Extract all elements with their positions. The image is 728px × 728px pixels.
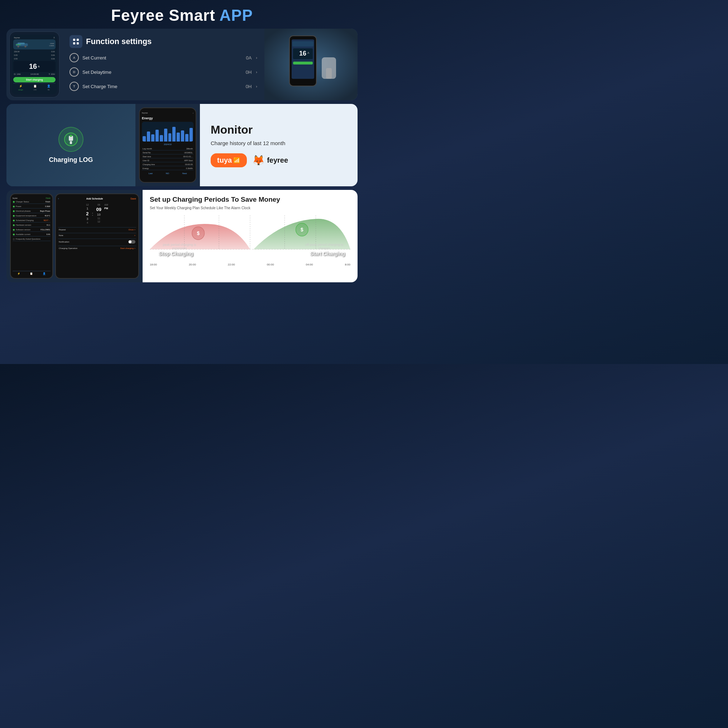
set-current-value: 0A [246,55,251,61]
nav-me[interactable]: 👤Me [47,84,50,91]
notification-row[interactable]: Notification [58,239,136,245]
schedule-phones-section: feyree Finish Charger Status Finish Powe… [6,190,142,282]
set-current-label: Set Current [83,55,242,61]
start-charging-btn[interactable]: Start charging [13,77,55,83]
hw-label: Hardware version [15,224,47,226]
phone-mockup-1: feyree ≡ 0.0kW 0.0kWh [9,32,60,98]
avail-value: 6.4A [47,233,50,236]
status-phone-nav: ⚡ 📋 👤 [12,271,50,275]
brands-row: tuya 📶 🦊 feyree [211,153,347,167]
feyree-label: feyree [267,156,288,164]
set-time-arrow: › [256,84,257,89]
chart-bar [142,136,146,142]
kwh-label: 0.0kWh [49,45,54,47]
set-charge-time-item[interactable]: T Set Charge Time 0H › [69,82,257,91]
min-10: 10 [97,213,101,216]
status-nav-charger[interactable]: ⚡ [17,272,20,275]
min-12: 12 [98,220,100,223]
set-delay-label: Set Delaytime [83,69,242,75]
nav-charger[interactable]: ⚡charger [18,84,23,91]
start-time-label: Start time [142,156,151,158]
svg-point-22 [70,135,72,137]
sw-value: FOLLOW01 [40,229,50,231]
power-value: 0.0kW [45,205,50,208]
temp-label: Equipment temperature [15,215,45,217]
power-item: Power 0.0kW [12,205,50,208]
status-phone-name: feyree [12,197,18,199]
chart-bar [151,135,154,142]
pagination-next[interactable]: Next [182,172,187,174]
svg-rect-1 [18,43,25,44]
svg-rect-12 [292,41,314,47]
car-icon [15,41,29,48]
energy-phone-mockup: feyree ‹ Energy 2024/10 Log month 1Month… [139,107,196,183]
chart-bar [164,128,167,142]
set-delaytime-item[interactable]: D Set Delaytime 0H › [69,67,257,76]
log-month-label: Log month [142,148,152,150]
time-picker: 12 1 2 3 4 : 08 09 10 11 12 [58,201,136,226]
ampm-column: AM PM [104,203,108,224]
charging-time-row: Charging time 00:00:05 [142,163,193,166]
charging-log-icon [58,127,84,152]
charging-op-label: Charging Operation [59,247,77,249]
hour-1: 1 [86,207,88,210]
feyree-badge: 🦊 feyree [252,154,288,166]
monitor-title: Monitor [211,123,347,136]
energy-label: Energy [142,167,149,170]
serial-row: Serial No U01M01L [142,151,193,154]
chart-bar [185,134,188,142]
user-id-value: APP Start [184,159,193,162]
software-item: Software version FOLLOW01 [12,228,50,232]
chart-bar [168,133,171,142]
tuya-wifi-icon: 📶 [233,157,240,164]
energy-table: Log month 1Month Serial No U01M01L Start… [142,147,193,170]
charging-operation-row[interactable]: Charging Operation Start charging > [58,246,136,251]
charger-status-value: Finish [46,200,50,203]
function-settings-card: feyree ≡ 0.0kW 0.0kWh [6,29,358,100]
min-08: 08 [98,203,100,206]
car-charging-photo: 16 A [265,29,358,100]
nav-log[interactable]: 📋LOG [33,84,37,91]
repeat-row[interactable]: Repeat Once > [58,227,136,232]
hour-selected: 2 [86,211,89,216]
current-unit: A [38,65,40,68]
savings-title: Set up Charging Periods To Save Money [150,196,350,204]
chart-bar [147,132,150,142]
set-current-item[interactable]: A Set Current 0A › [69,53,257,62]
chart-bar [160,135,163,142]
peak-period-label: peak period charging is expensive [160,243,199,250]
status-nav-log[interactable]: 📋 [30,272,33,275]
phases-label: Electrical phases [15,210,40,212]
time-0000: 00:00 [267,263,274,266]
car-photo-svg: 16 A [265,29,358,100]
schedule-save-btn[interactable]: Save [130,197,136,200]
am-option[interactable]: AM [104,203,108,206]
start-charging-label: Start Charging [310,251,345,257]
repeat-value: Once > [128,229,135,231]
hour-column: 12 1 2 3 4 [86,203,89,224]
phases-item: Electrical phases Begin Phase [12,209,50,213]
start-time-row: Start time 00-01-01... [142,155,193,158]
charging-log-section: Charging LOG [6,104,135,186]
phone-app-name: feyree [14,37,20,39]
pagination-last[interactable]: Last [149,172,153,174]
status-nav-me[interactable]: 👤 [43,272,46,275]
phone-menu-icon: ≡ [54,37,55,39]
finish-btn[interactable]: Finish [46,197,50,199]
hour-12: 12 [86,203,89,206]
charging-op-value: Start charging > [120,247,135,249]
notification-toggle[interactable] [128,240,135,244]
schedule-back[interactable]: ‹ [58,197,59,200]
log-icon-svg [64,132,78,147]
page-title: Feyree Smart APP [0,0,364,29]
pm-option[interactable]: PM [104,207,108,210]
savings-section: Set up Charging Periods To Save Money Se… [142,190,358,282]
energy-row: Energy 0.0kWh [142,167,193,170]
energy-value: 0.0kWh [186,167,193,170]
savings-subtitle: Set Your Weekly Charging Plan Schedule L… [150,206,350,210]
feyree-animal-icon: 🦊 [252,154,265,166]
note-row[interactable]: Note > [58,233,136,237]
energy-phone-header: feyree [142,112,148,114]
charger-status-label: Charger Status [15,200,46,203]
title-text-1: Feyree Smart [111,6,219,24]
